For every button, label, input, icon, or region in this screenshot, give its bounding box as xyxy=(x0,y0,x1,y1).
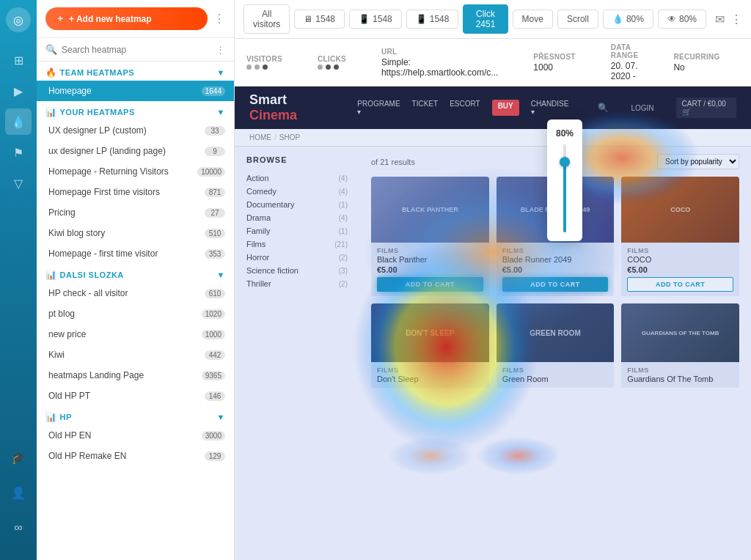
nav-play[interactable]: ▶ xyxy=(5,78,32,104)
add-to-cart-coco[interactable]: ADD TO CART xyxy=(627,277,733,292)
nav-chandise[interactable]: CHANDISE ▾ xyxy=(531,100,569,116)
hp-section-label: HP xyxy=(60,413,72,421)
sidebar-item-homepage-firsttime[interactable]: Homepage - first time visitor 353 xyxy=(37,243,234,264)
nav-user[interactable]: 👤 xyxy=(5,479,32,506)
sidebar-item-homepage[interactable]: Homepage 1644 xyxy=(37,81,234,101)
breadcrumb-home[interactable]: HOME xyxy=(249,133,271,141)
dot5 xyxy=(326,65,331,70)
nav-graduation[interactable]: 🎓 xyxy=(5,444,32,471)
eye-icon: 👁 xyxy=(667,14,676,24)
mobile-filter-btn[interactable]: 📱 1548 xyxy=(406,10,459,29)
nav-flag[interactable]: ⚑ xyxy=(5,139,32,166)
toolbar-more-icon[interactable]: ⋮ xyxy=(730,12,742,26)
your-section-icon: 📊 xyxy=(45,107,57,117)
hp-section-chevron[interactable]: ▼ xyxy=(217,413,225,421)
heatmap-container: Smart Cinema PROGRAME ▾ TICKET ESCORT BU… xyxy=(235,86,751,560)
website-nav: Smart Cinema PROGRAME ▾ TICKET ESCORT BU… xyxy=(235,86,751,129)
logo-icon: ◎ xyxy=(13,13,23,27)
sidebar-item-hp-check[interactable]: HP check - all visitor 610 xyxy=(37,283,234,303)
product-img-coco: COCO xyxy=(621,177,739,243)
sidebar-item-ux-custom[interactable]: UX designer LP (custom) 33 xyxy=(37,120,234,141)
product-info-green-room: FILMS Green Room xyxy=(497,362,615,388)
your-section-chevron[interactable]: ▼ xyxy=(217,108,225,117)
data-range-label: DATA RANGE xyxy=(611,43,639,59)
nav-escort[interactable]: ESCORT xyxy=(450,100,480,116)
click-filter-btn[interactable]: Click 2451 xyxy=(463,4,508,34)
product-info-coco: FILMS COCO €5.00 ADD TO CART xyxy=(621,243,739,296)
add-heatmap-button[interactable]: ＋ + Add new heatmap xyxy=(45,7,208,30)
scroll-filter-btn[interactable]: Scroll xyxy=(557,10,598,29)
product-info-dont-sleep: FILMS Don't Sleep xyxy=(371,362,489,388)
category-drama[interactable]: Drama(4) xyxy=(246,211,348,224)
dalsi-section-icon: 📊 xyxy=(45,270,57,280)
clicks-stat: CLICKS xyxy=(318,55,346,70)
opacity-thumb[interactable] xyxy=(560,157,570,167)
sidebar-item-heatmaps-landing[interactable]: heatmaps Landing Page 9365 xyxy=(37,365,234,386)
data-range-stat: DATA RANGE 20. 07. 2020 - xyxy=(611,43,639,81)
nav-links: PROGRAME ▾ TICKET ESCORT BUY CHANDISE ▾ xyxy=(357,100,568,116)
team-section-chevron[interactable]: ▼ xyxy=(217,68,225,77)
nav-grid[interactable]: ⊞ xyxy=(5,47,32,73)
plus-icon: ＋ xyxy=(56,12,65,25)
nav-infinity[interactable]: ∞ xyxy=(5,515,32,541)
category-scifi[interactable]: Science fiction(3) xyxy=(246,264,348,277)
sidebar-list: 🔥 TEAM HEATMAPS ▼ Homepage 1644 📊 YOUR H… xyxy=(37,62,234,560)
team-heatmaps-section: 🔥 TEAM HEATMAPS ▼ xyxy=(37,62,234,81)
category-films[interactable]: Films(21) xyxy=(246,237,348,251)
sidebar-item-new-price[interactable]: new price 1000 xyxy=(37,324,234,345)
product-guardians: GUARDIANS OF THE TOMB FILMS Guardians Of… xyxy=(621,303,739,388)
sidebar-item-homepage-returning[interactable]: Homepage - Returning Visitors 10000 xyxy=(37,161,234,182)
nav-heatmap[interactable]: 💧 xyxy=(5,108,32,135)
product-coco: COCO FILMS COCO €5.00 ADD TO CART xyxy=(621,177,739,296)
eye80-btn[interactable]: 👁 80% xyxy=(658,10,706,29)
data-range-value: 20. 07. 2020 - xyxy=(611,61,639,81)
opacity-track[interactable] xyxy=(563,144,566,232)
search-input[interactable] xyxy=(62,45,211,55)
sidebar-item-kiwi-blog[interactable]: Kiwi blog story 510 xyxy=(37,223,234,243)
sidebar-item-ux-landing[interactable]: ux designer LP (landing page) 9 xyxy=(37,141,234,161)
all-visitors-btn[interactable]: All visitors xyxy=(243,4,290,34)
category-comedy[interactable]: Comedy(4) xyxy=(246,185,348,198)
nav-funnel[interactable]: ▽ xyxy=(5,170,32,196)
toolbar-message-icon[interactable]: ✉ xyxy=(715,12,725,26)
drop80-btn[interactable]: 💧 80% xyxy=(603,10,653,29)
category-documentary[interactable]: Documentary(1) xyxy=(246,198,348,211)
search-more-icon[interactable]: ⋮ xyxy=(216,44,225,55)
category-horror[interactable]: Horror(2) xyxy=(246,251,348,264)
nav-programe[interactable]: PROGRAME ▾ xyxy=(357,100,400,116)
nav-search-icon[interactable]: 🔍 xyxy=(598,103,609,113)
category-family[interactable]: Family(1) xyxy=(246,224,348,237)
nav-cart[interactable]: CART / €0,00 🛒 xyxy=(676,97,736,118)
tablet-filter-btn[interactable]: 📱 1548 xyxy=(349,10,402,29)
dot2 xyxy=(254,65,260,70)
website-preview: Smart Cinema PROGRAME ▾ TICKET ESCORT BU… xyxy=(235,86,751,560)
sidebar-item-pt-blog[interactable]: pt blog 1020 xyxy=(37,303,234,324)
clicks-label: CLICKS xyxy=(318,55,346,63)
move-filter-btn[interactable]: Move xyxy=(513,10,553,29)
sidebar-more-icon[interactable]: ⋮ xyxy=(213,12,225,26)
sidebar-item-old-hp-remake[interactable]: Old HP Remake EN 129 xyxy=(37,446,234,466)
sidebar-item-homepage-first[interactable]: Homepage First time visitors 871 xyxy=(37,182,234,202)
dalsi-section-chevron[interactable]: ▼ xyxy=(217,270,225,279)
product-black-panther: BLACK PANTHER FILMS Black Panther €5.00 … xyxy=(371,177,489,296)
sidebar-item-old-hp-en[interactable]: Old HP EN 3000 xyxy=(37,425,234,446)
your-heatmaps-section: 📊 YOUR HEATMAPS ▼ xyxy=(37,101,234,120)
nav-buy[interactable]: BUY xyxy=(492,100,519,116)
add-to-cart-blade-runner[interactable]: ADD TO CART xyxy=(502,277,609,292)
sort-select[interactable]: Sort by popularity xyxy=(657,154,739,169)
sidebar-item-pricing[interactable]: Pricing 27 xyxy=(37,202,234,223)
category-thriller[interactable]: Thriller(2) xyxy=(246,277,348,290)
nav-ticket[interactable]: TICKET xyxy=(412,100,439,116)
category-action[interactable]: Action(4) xyxy=(246,172,348,185)
nav-login[interactable]: LOGIN xyxy=(631,104,653,112)
tablet-icon: 📱 xyxy=(359,14,370,24)
breadcrumb-shop[interactable]: SHOP xyxy=(279,133,300,141)
sidebar-item-kiwi[interactable]: Kiwi 442 xyxy=(37,345,234,365)
monitor-filter-btn[interactable]: 🖥 1548 xyxy=(294,10,345,29)
app-logo[interactable]: ◎ xyxy=(6,7,31,32)
product-info-blade-runner: FILMS Blade Runner 2049 €5.00 ADD TO CAR… xyxy=(497,243,615,296)
url-stat: URL Simple: https://help.smartlook.com/c… xyxy=(381,48,498,78)
sidebar-item-old-hp-pt[interactable]: Old HP PT 146 xyxy=(37,386,234,406)
add-to-cart-black-panther[interactable]: ADD TO CART xyxy=(377,277,483,292)
scroll-label: Scroll xyxy=(567,14,589,24)
